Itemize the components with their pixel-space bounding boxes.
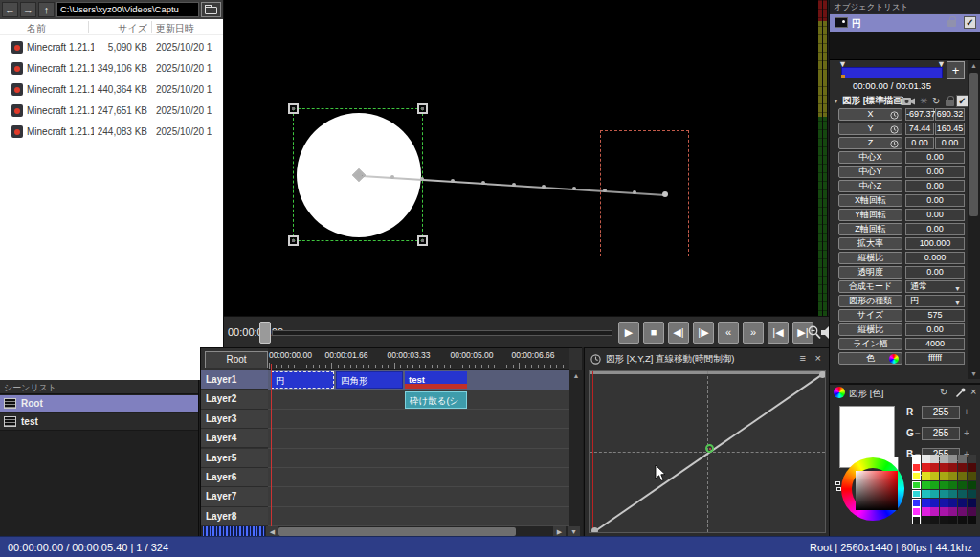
palette-swatch[interactable] (958, 481, 967, 490)
palette-swatch[interactable] (930, 490, 939, 499)
close-icon[interactable]: × (970, 386, 976, 397)
palette-swatch[interactable] (940, 507, 948, 516)
palette-swatch[interactable] (922, 507, 930, 516)
next-frame-button[interactable]: |▶ (693, 322, 714, 344)
prop-label[interactable]: Y (838, 123, 902, 135)
video-preview[interactable] (224, 0, 818, 316)
layer-header-5[interactable]: Layer5 (201, 449, 268, 468)
refresh-icon[interactable]: ↻ (932, 96, 940, 106)
layer-header-3[interactable]: Layer3 (201, 410, 268, 429)
palette-swatch[interactable] (912, 516, 921, 524)
palette-swatch[interactable] (930, 507, 939, 516)
prop-label[interactable]: 中心Y (838, 166, 902, 178)
resize-handle-nw[interactable] (288, 103, 299, 114)
prop-value-start[interactable]: -697.37 (905, 108, 934, 121)
scroll-thumb[interactable] (969, 73, 978, 216)
motion-path-point[interactable] (512, 183, 516, 187)
add-effect-button[interactable]: + (947, 61, 965, 79)
graph-area[interactable] (589, 370, 826, 533)
prop-label[interactable]: Z (838, 137, 902, 149)
prop-value[interactable]: 0.00 (905, 180, 965, 192)
timeline-vscrollbar[interactable]: ▲ (569, 370, 583, 526)
palette-swatch[interactable] (948, 516, 957, 524)
palette-swatch[interactable] (912, 455, 921, 463)
layer-header-4[interactable]: Layer4 (201, 429, 268, 448)
prop-value-end[interactable]: 0.00 (935, 137, 965, 149)
prop-label[interactable]: X (838, 108, 902, 121)
collapse-icon[interactable]: ▼ (833, 98, 839, 104)
prop-label[interactable]: 縦横比 (838, 323, 902, 336)
path-input[interactable]: C:\Users\xyz00\Videos\Captu (56, 2, 199, 17)
palette-swatch[interactable] (948, 455, 957, 463)
timeline-scene-tab[interactable]: Root (205, 351, 268, 368)
clip-circle[interactable]: 円 (271, 371, 334, 389)
prop-value[interactable]: 0.00 (905, 266, 965, 278)
column-size[interactable]: サイズ (92, 22, 147, 35)
layer-header-1[interactable]: Layer1 (201, 370, 268, 390)
filter-effect-icon[interactable]: ✳ (920, 96, 927, 106)
palette-swatch[interactable] (968, 490, 976, 499)
palette-swatch[interactable] (968, 463, 976, 472)
palette-swatch[interactable] (940, 516, 948, 524)
clip-test[interactable]: test (405, 371, 467, 389)
file-row[interactable]: Minecraft 1.21.10 - ... 247,651 KB 2025/… (0, 100, 223, 122)
column-date[interactable]: 更新日時 (156, 22, 194, 35)
object-duration-bar[interactable] (841, 67, 943, 78)
timeline-playhead[interactable] (271, 364, 272, 526)
prop-label[interactable]: Y軸回転 (838, 209, 902, 221)
prop-label[interactable]: 拡大率 (838, 237, 902, 250)
palette-swatch[interactable] (930, 472, 939, 480)
palette-swatch[interactable] (948, 507, 957, 516)
color-hex-value[interactable]: ffffff (905, 352, 965, 365)
prop-label[interactable]: 色 (838, 352, 902, 365)
prop-value-end[interactable]: 690.32 (935, 108, 965, 121)
jump-start-button[interactable]: |◀ (768, 322, 789, 344)
prop-label[interactable]: 中心X (838, 151, 902, 164)
clip-shatter-effect[interactable]: 砕け散る(シ (405, 391, 467, 409)
file-row[interactable]: Minecraft 1.21.10 - ... 244,083 KB 2025/… (0, 122, 223, 143)
r-plus[interactable]: + (964, 407, 969, 417)
motion-path-point[interactable] (390, 175, 394, 179)
file-row[interactable]: Minecraft 1.21.10 - ... 440,364 KB 2025/… (0, 79, 223, 100)
motion-path-point[interactable] (572, 187, 576, 190)
clip-rectangle[interactable]: 四角形 (336, 371, 403, 389)
palette-swatch[interactable] (922, 463, 930, 472)
layer-header-6[interactable]: Layer6 (201, 468, 268, 487)
refresh-icon[interactable]: ↻ (940, 387, 947, 397)
object-visible-checkbox[interactable]: ✓ (964, 16, 976, 29)
g-minus[interactable]: − (915, 428, 921, 438)
graph-endpoint-start[interactable] (591, 527, 598, 533)
layer-header-8[interactable]: Layer8 (201, 507, 268, 526)
palette-swatch[interactable] (948, 481, 957, 490)
rewind-button[interactable]: « (718, 322, 739, 344)
layer-header-7[interactable]: Layer7 (201, 487, 268, 506)
prop-value[interactable]: 575 (905, 309, 965, 322)
prop-label[interactable]: 図形の種類 (838, 295, 902, 307)
palette-swatch[interactable] (948, 463, 957, 472)
palette-swatch[interactable] (958, 455, 967, 463)
resize-handle-se[interactable] (417, 235, 428, 246)
scene-item-test[interactable]: test (0, 413, 198, 431)
palette-swatch[interactable] (940, 463, 948, 472)
hscroll-thumb[interactable] (278, 527, 516, 536)
object-list-item-circle[interactable]: 円 ✓ (830, 14, 980, 32)
palette-swatch[interactable] (922, 455, 930, 463)
palette-swatch[interactable] (922, 490, 930, 499)
palette-swatch[interactable] (968, 516, 976, 524)
scroll-up-icon[interactable]: ▲ (968, 62, 980, 69)
forward-button[interactable]: → (20, 2, 36, 17)
palette-swatch[interactable] (912, 481, 921, 490)
prop-value[interactable]: 0.00 (905, 323, 965, 336)
motion-path-point[interactable] (603, 189, 607, 192)
up-button[interactable]: ↑ (38, 2, 55, 17)
r-minus[interactable]: − (915, 407, 921, 417)
palette-swatch[interactable] (940, 481, 948, 490)
resize-handle-sw[interactable] (288, 235, 299, 246)
palette-swatch[interactable] (968, 472, 976, 480)
prop-value[interactable]: 0.00 (905, 209, 965, 221)
properties-scrollbar[interactable]: ▲ ▼ (968, 60, 980, 379)
palette-swatch[interactable] (968, 481, 976, 490)
palette-swatch[interactable] (968, 507, 976, 516)
graph-endpoint-end[interactable] (819, 371, 826, 378)
hue-marker[interactable] (836, 487, 841, 491)
